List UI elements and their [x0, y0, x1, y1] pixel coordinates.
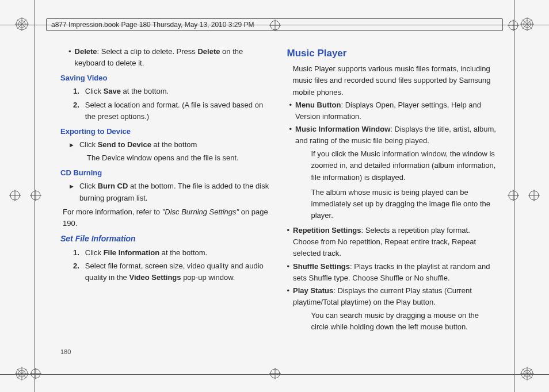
cd-burning-heading: CD Burning	[60, 167, 271, 179]
cd-burning-step: ► Click Burn CD at the bottom. The file …	[60, 180, 271, 203]
play-status-sub: You can search music by dragging a mouse…	[287, 310, 498, 333]
arrow-icon: ►	[68, 180, 75, 203]
menu-button-item: • Menu Button: Displays Open, Player set…	[287, 99, 498, 122]
step-number: 1.	[73, 247, 79, 259]
music-info-window-item: • Music Information Window: Displays the…	[287, 124, 498, 147]
menu-button-text: Menu Button: Displays Open, Player setti…	[295, 99, 497, 122]
delete-bold1: Delete	[75, 47, 97, 56]
shuffle-text: Shuffle Settings: Plays tracks in the pl…	[293, 261, 497, 284]
step-text: Select file format, screen size, video q…	[85, 260, 271, 283]
left-column: • Delete: Select a clip to delete. Press…	[60, 46, 271, 358]
step-number: 2.	[73, 99, 79, 122]
step-text: Click Save at the bottom.	[85, 86, 169, 97]
crosshair-icon	[528, 190, 540, 201]
cd-more-info: For more information, refer to "Disc Bur…	[60, 206, 271, 229]
bullet-icon: •	[289, 99, 292, 122]
set-file-step1: 1. Click File Information at the bottom.	[60, 247, 271, 259]
right-column: Music Player Music Player supports vario…	[287, 46, 498, 358]
music-player-heading: Music Player	[287, 46, 498, 61]
bullet-icon: •	[287, 261, 290, 284]
bullet-icon: •	[289, 124, 292, 147]
music-player-intro: Music Player supports various music file…	[287, 63, 498, 98]
registration-mark-icon	[520, 17, 534, 31]
delete-item: • Delete: Select a clip to delete. Press…	[60, 46, 271, 69]
saving-video-step1: 1. Click Save at the bottom.	[60, 86, 271, 97]
step-text: Select a location and format. (A file is…	[85, 99, 271, 122]
step-number: 1.	[73, 86, 79, 97]
play-status-text: Play Status: Displays the current Play s…	[293, 285, 497, 308]
delete-text: Delete: Select a clip to delete. Press D…	[75, 46, 271, 69]
music-info-sub2: The album whose music is being played ca…	[287, 187, 498, 221]
bullet-icon: •	[287, 225, 290, 259]
saving-video-step2: 2. Select a location and format. (A file…	[60, 99, 271, 122]
crosshair-icon	[30, 368, 41, 379]
set-file-info-heading: Set File Information	[60, 233, 271, 245]
registration-mark-icon	[15, 17, 29, 31]
repetition-text: Repetition Settings: Selects a repetitio…	[293, 225, 497, 259]
cd-burning-text: Click Burn CD at the bottom. The file is…	[79, 180, 271, 203]
delete-t1: : Select a clip to delete. Press	[97, 47, 198, 56]
crosshair-icon	[508, 190, 519, 201]
music-info-sub1: If you click the Music information windo…	[287, 148, 498, 183]
saving-video-heading: Saving Video	[60, 72, 271, 84]
crosshair-icon	[9, 190, 21, 201]
set-file-step2: 2. Select file format, screen size, vide…	[60, 260, 271, 283]
registration-mark-icon	[520, 367, 534, 381]
page-header-box: a877 Impression.book Page 180 Thursday, …	[46, 18, 503, 31]
crosshair-icon	[30, 190, 41, 201]
arrow-icon: ►	[68, 139, 75, 151]
registration-mark-icon	[15, 367, 29, 381]
page-header-text: a877 Impression.book Page 180 Thursday, …	[51, 21, 254, 29]
exporting-step: ► Click Send to Device at the bottom	[60, 139, 271, 151]
bullet-icon: •	[68, 46, 71, 69]
music-info-window-text: Music Information Window: Displays the t…	[295, 124, 497, 147]
crosshair-icon	[508, 20, 519, 31]
page-number: 180	[60, 348, 71, 355]
content-columns: • Delete: Select a clip to delete. Press…	[60, 46, 497, 358]
exporting-sub: The Device window opens and the file is …	[60, 152, 271, 164]
step-number: 2.	[73, 260, 79, 283]
exporting-heading: Exporting to Device	[60, 126, 271, 137]
exporting-text: Click Send to Device at the bottom	[79, 139, 197, 151]
crosshair-icon	[269, 368, 281, 379]
shuffle-item: • Shuffle Settings: Plays tracks in the …	[287, 261, 498, 284]
bullet-icon: •	[287, 285, 290, 308]
page: a877 Impression.book Page 180 Thursday, …	[0, 0, 549, 392]
repetition-item: • Repetition Settings: Selects a repetit…	[287, 225, 498, 259]
delete-bold2: Delete	[197, 47, 220, 56]
play-status-item: • Play Status: Displays the current Play…	[287, 285, 498, 308]
step-text: Click File Information at the bottom.	[85, 247, 207, 259]
